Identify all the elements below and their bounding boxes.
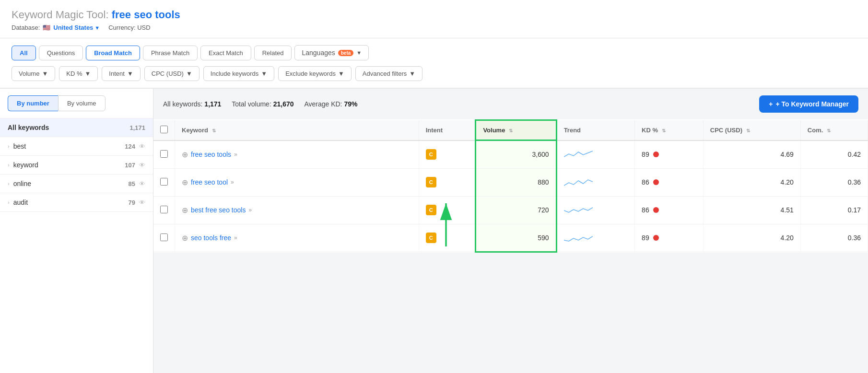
sidebar-item-right: 85 👁 (129, 180, 145, 187)
col-keyword[interactable]: Keyword ⇅ (175, 120, 419, 140)
to-keyword-manager-button[interactable]: + + To Keyword Manager (759, 95, 858, 113)
chevron-down-icon: ▼ (338, 70, 344, 77)
chevron-down-icon: ▼ (127, 70, 133, 77)
sidebar-all-keywords[interactable]: All keywords 1,171 (0, 118, 153, 137)
intent-dropdown[interactable]: Intent ▼ (102, 66, 140, 81)
col-volume[interactable]: Volume ⇅ (476, 120, 556, 140)
keyword-link[interactable]: ⊕ seo tools free » (182, 233, 412, 243)
volume-cell: 3,600 (476, 140, 556, 169)
sidebar-item[interactable]: › audit 79 👁 (0, 193, 153, 212)
eye-icon: 👁 (139, 199, 145, 206)
volume-cell: 880 (476, 168, 556, 196)
intent-cell: C (419, 196, 476, 224)
db-link[interactable]: United States ▼ (53, 24, 100, 31)
col-intent[interactable]: Intent (419, 120, 476, 140)
all-keywords-stat-value: 1,171 (204, 100, 221, 108)
tab-questions[interactable]: Questions (39, 46, 83, 60)
sidebar-item-left: › keyword (8, 161, 38, 169)
page-title: Keyword Magic Tool: free seo tools (12, 9, 856, 21)
intent-cell: C (419, 224, 476, 252)
cpc-cell: 4.51 (703, 196, 800, 224)
select-all-checkbox[interactable] (160, 126, 168, 133)
exclude-keywords-dropdown[interactable]: Exclude keywords ▼ (278, 66, 352, 81)
chevron-right-icon: › (8, 162, 10, 168)
trend-cell (556, 168, 634, 196)
col-trend[interactable]: Trend (556, 120, 634, 140)
by-volume-button[interactable]: By volume (58, 95, 106, 111)
db-flag: 🇺🇸 (43, 24, 50, 31)
include-keywords-dropdown[interactable]: Include keywords ▼ (203, 66, 274, 81)
tab-all[interactable]: All (12, 46, 36, 60)
col-com[interactable]: Com. ⇅ (800, 120, 868, 140)
sidebar-item[interactable]: › online 85 👁 (0, 175, 153, 193)
tab-broad-match[interactable]: Broad Match (86, 46, 140, 60)
red-dot (653, 152, 659, 157)
currency-label: Currency: USD (108, 24, 150, 31)
cpc-cell: 4.69 (703, 140, 800, 169)
table-row: ⊕ best free seo tools » C 720 (153, 196, 868, 224)
sidebar-item[interactable]: › best 124 👁 (0, 137, 153, 156)
volume-cell: 590 (476, 224, 556, 252)
keyword-text: seo tools free (191, 234, 231, 242)
by-number-button[interactable]: By number (8, 95, 58, 111)
kd-dropdown[interactable]: KD % ▼ (59, 66, 98, 81)
avg-kd-value: 79% (344, 100, 357, 108)
chevron-right-icon: › (8, 199, 10, 205)
sidebar-controls: By number By volume (0, 89, 153, 118)
intent-badge: C (426, 205, 436, 215)
eye-icon: 👁 (139, 180, 145, 187)
tab-languages[interactable]: Languages beta ▼ (294, 45, 369, 60)
sidebar-item-right: 107 👁 (125, 162, 145, 169)
row-checkbox[interactable] (153, 140, 175, 169)
kd-number: 89 (642, 151, 649, 158)
volume-dropdown[interactable]: Volume ▼ (12, 66, 55, 81)
row-select-checkbox[interactable] (160, 178, 168, 186)
intent-badge: C (426, 233, 436, 243)
chevron-right-icon: › (8, 143, 10, 149)
sidebar-item-left: › audit (8, 198, 28, 206)
col-kd[interactable]: KD % ⇅ (635, 120, 704, 140)
chevron-down-icon: ▼ (261, 70, 267, 77)
main-content: By number By volume All keywords 1,171 ›… (0, 89, 868, 373)
cpc-dropdown[interactable]: CPC (USD) ▼ (144, 66, 199, 81)
query: free seo tools (112, 9, 180, 21)
table-row: ⊕ free seo tool » C 880 (153, 168, 868, 196)
tab-exact-match[interactable]: Exact Match (200, 46, 251, 60)
advanced-filters-dropdown[interactable]: Advanced filters ▼ (355, 66, 422, 81)
row-select-checkbox[interactable] (160, 150, 168, 158)
keyword-cell: ⊕ free seo tool » (175, 168, 419, 196)
kd-value: 86 (642, 206, 696, 214)
row-checkbox[interactable] (153, 224, 175, 252)
row-select-checkbox[interactable] (160, 233, 168, 241)
com-cell: 0.36 (800, 168, 868, 196)
keyword-cell: ⊕ free seo tools » (175, 140, 419, 169)
to-km-label: + To Keyword Manager (775, 100, 849, 108)
tab-phrase-match[interactable]: Phrase Match (143, 46, 198, 60)
sidebar-item-label: online (13, 180, 31, 187)
kd-cell: 86 (635, 168, 704, 196)
kd-value: 86 (642, 178, 696, 186)
row-select-checkbox[interactable] (160, 206, 168, 213)
double-arrow-icon: » (234, 234, 237, 241)
all-keywords-count: 1,171 (129, 124, 145, 131)
row-checkbox[interactable] (153, 168, 175, 196)
sidebar-item[interactable]: › keyword 107 👁 (0, 156, 153, 175)
table-header-bar: All keywords: 1,171 Total volume: 21,670… (153, 89, 868, 119)
keyword-link[interactable]: ⊕ best free seo tools » (182, 206, 412, 215)
col-cpc[interactable]: CPC (USD) ⇅ (703, 120, 800, 140)
kd-number: 86 (642, 206, 649, 214)
db-name: United States (53, 24, 93, 31)
row-checkbox[interactable] (153, 196, 175, 224)
sidebar-item-label: keyword (13, 161, 38, 169)
keyword-text: best free seo tools (191, 206, 246, 214)
sidebar-item-right: 79 👁 (129, 199, 145, 206)
keyword-cell: ⊕ best free seo tools » (175, 196, 419, 224)
keyword-link[interactable]: ⊕ free seo tools » (182, 150, 412, 159)
tool-name: Keyword Magic Tool: (12, 9, 109, 21)
filter-bar: All Questions Broad Match Phrase Match E… (0, 38, 868, 89)
cpc-cell: 4.20 (703, 168, 800, 196)
sort-icon: ⇅ (509, 128, 513, 133)
trend-chart (564, 203, 593, 216)
tab-related[interactable]: Related (254, 46, 292, 60)
keyword-link[interactable]: ⊕ free seo tool » (182, 178, 412, 187)
